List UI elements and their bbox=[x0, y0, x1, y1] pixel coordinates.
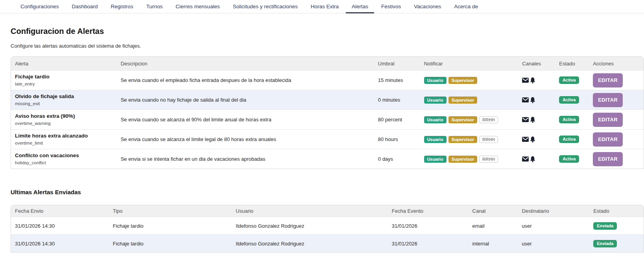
event-date: 31/01/2026 bbox=[388, 235, 469, 252]
alert-threshold: 80 percent bbox=[374, 110, 420, 129]
notify-badge: Usuario bbox=[424, 156, 447, 163]
col-header-canal: Canal bbox=[469, 205, 518, 217]
col-header-acciones: Acciones bbox=[589, 57, 644, 70]
alert-description: Se envia cuando se alcanza el 90% del li… bbox=[117, 110, 374, 129]
col-header-alerta: Alerta bbox=[11, 57, 117, 70]
notify-badges: Usuario Supervisor RRHH bbox=[424, 156, 498, 163]
alert-code: holiday_conflict bbox=[15, 160, 46, 165]
alert-code: overtime_warning bbox=[15, 121, 51, 126]
alert-threshold: 0 days bbox=[374, 149, 420, 169]
bell-icon bbox=[530, 77, 535, 84]
alert-row: Limite horas extra alcanzado overtime_li… bbox=[11, 129, 644, 149]
alert-name: Conflicto con vacaciones bbox=[15, 152, 79, 159]
alert-name: Aviso horas extra (90%) bbox=[15, 113, 75, 119]
sent-alerts-table: Fecha Envio Tipo Usuario Fecha Evento Ca… bbox=[11, 205, 644, 253]
page-subtitle: Configure las alertas automaticas del si… bbox=[11, 43, 644, 49]
sent-date: 31/01/2026 14:30 bbox=[11, 235, 109, 252]
alert-threshold: 0 minutes bbox=[374, 90, 420, 110]
alert-notify-cell: Usuario Supervisor bbox=[420, 71, 519, 90]
notify-badge: Supervisor bbox=[448, 77, 477, 84]
nav-tab[interactable]: Cierres mensuales bbox=[170, 0, 226, 13]
alert-description: Se envia si se intenta fichar en un dia … bbox=[117, 149, 374, 169]
sent-user: Ildefonso Gonzalez Rodriguez bbox=[232, 235, 388, 252]
alert-channels-cell bbox=[518, 90, 555, 110]
sent-type: Fichaje tardio bbox=[109, 217, 232, 234]
sent-recipient: user bbox=[518, 217, 589, 234]
alert-name: Olvido de fichaje salida bbox=[15, 93, 74, 100]
notify-badge: Usuario bbox=[424, 136, 447, 143]
sent-recipient: user bbox=[518, 235, 589, 252]
alert-threshold: 15 minutes bbox=[374, 71, 420, 90]
alert-threshold: 80 hours bbox=[374, 130, 420, 149]
sent-channel: internal bbox=[469, 235, 518, 252]
edit-button[interactable]: EDITAR bbox=[593, 73, 623, 87]
alert-name-cell: Fichaje tardio late_entry bbox=[11, 71, 117, 90]
sent-date: 31/01/2026 14:30 bbox=[11, 217, 109, 234]
alert-actions-cell: EDITAR bbox=[589, 130, 644, 149]
col-header-estado: Estado bbox=[555, 57, 589, 70]
alert-description: Se envia cuando se alcanza el limite leg… bbox=[117, 130, 374, 149]
mail-icon bbox=[522, 97, 529, 102]
status-badge: Activa bbox=[559, 76, 579, 84]
col-header-canales: Canales bbox=[518, 57, 555, 70]
notify-badge: Supervisor bbox=[448, 116, 477, 123]
alert-name: Fichaje tardio bbox=[15, 74, 50, 80]
sent-status-cell: Enviada bbox=[589, 217, 644, 234]
nav-tab[interactable]: Alertas bbox=[346, 0, 374, 13]
sent-status-badge: Enviada bbox=[593, 222, 617, 230]
alert-status-cell: Activa bbox=[555, 90, 589, 110]
sent-alert-row: 31/01/2026 14:30 Fichaje tardio Ildefons… bbox=[11, 217, 644, 234]
alert-name-cell: Aviso horas extra (90%) overtime_warning bbox=[11, 110, 117, 129]
edit-button[interactable]: EDITAR bbox=[593, 132, 623, 147]
notify-badge: RRHH bbox=[479, 136, 498, 143]
nav-tab[interactable]: Configuraciones bbox=[15, 0, 65, 13]
alert-notify-cell: Usuario Supervisor bbox=[420, 90, 519, 110]
notify-badge: Supervisor bbox=[448, 97, 477, 104]
sent-alerts-header: Fecha Envio Tipo Usuario Fecha Evento Ca… bbox=[11, 205, 644, 217]
alert-channels-cell bbox=[518, 149, 555, 169]
alert-name: Limite horas extra alcanzado bbox=[15, 133, 88, 139]
alerts-table-header: Alerta Descripcion Umbral Notificar Cana… bbox=[11, 57, 644, 70]
status-badge: Activa bbox=[559, 136, 579, 143]
notify-badge: Usuario bbox=[424, 116, 447, 123]
alert-actions-cell: EDITAR bbox=[589, 110, 644, 129]
notify-badge: RRHH bbox=[479, 116, 498, 123]
mail-icon bbox=[522, 137, 529, 142]
notify-badge: Supervisor bbox=[448, 156, 477, 163]
nav-tab[interactable]: Acerca de bbox=[448, 0, 484, 13]
notify-badges: Usuario Supervisor bbox=[424, 97, 477, 104]
bell-icon bbox=[530, 97, 535, 103]
alert-notify-cell: Usuario Supervisor RRHH bbox=[420, 110, 519, 129]
col-header-destinatario: Destinatario bbox=[518, 205, 589, 217]
alert-status-cell: Activa bbox=[555, 110, 589, 129]
alert-row: Olvido de fichaje salida missing_exit Se… bbox=[11, 90, 644, 110]
alert-status-cell: Activa bbox=[555, 130, 589, 149]
edit-button[interactable]: EDITAR bbox=[593, 152, 623, 166]
nav-tab[interactable]: Registros bbox=[105, 0, 139, 13]
nav-tab[interactable]: Horas Extra bbox=[305, 0, 345, 13]
alert-name-cell: Olvido de fichaje salida missing_exit bbox=[11, 90, 117, 110]
nav-tab[interactable]: Solicitudes y rectificaciones bbox=[227, 0, 304, 13]
alert-actions-cell: EDITAR bbox=[589, 90, 644, 110]
alerts-table: Alerta Descripcion Umbral Notificar Cana… bbox=[11, 56, 644, 169]
bell-icon bbox=[530, 136, 535, 143]
top-navigation: Configuraciones Dashboard Registros Turn… bbox=[0, 0, 644, 13]
col-header-fecha-envio: Fecha Envio bbox=[11, 205, 109, 217]
nav-tab[interactable]: Turnos bbox=[140, 0, 169, 13]
notify-badge: RRHH bbox=[479, 156, 498, 163]
alert-row: Fichaje tardio late_entry Se envia cuand… bbox=[11, 70, 644, 90]
nav-tab[interactable]: Vacaciones bbox=[408, 0, 447, 13]
alert-description: Se envia cuando no hay fichaje de salida… bbox=[117, 90, 374, 110]
alert-actions-cell: EDITAR bbox=[589, 71, 644, 90]
alert-actions-cell: EDITAR bbox=[589, 149, 644, 169]
alert-status-cell: Activa bbox=[555, 71, 589, 90]
nav-tab[interactable]: Dashboard bbox=[66, 0, 104, 13]
status-badge: Activa bbox=[559, 96, 579, 104]
alert-code: overtime_limit bbox=[15, 141, 43, 146]
edit-button[interactable]: EDITAR bbox=[593, 93, 623, 107]
alert-row: Aviso horas extra (90%) overtime_warning… bbox=[11, 110, 644, 129]
edit-button[interactable]: EDITAR bbox=[593, 113, 623, 127]
notify-badge: Usuario bbox=[424, 77, 447, 84]
sent-status-cell: Enviada bbox=[589, 235, 644, 252]
nav-tab[interactable]: Festivos bbox=[375, 0, 407, 13]
